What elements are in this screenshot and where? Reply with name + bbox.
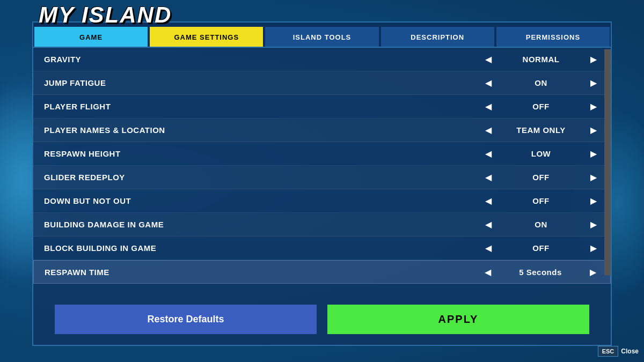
close-label: Close [621,348,639,355]
arrow-right-btn[interactable]: ▶ [588,78,599,88]
esc-close: ESC Close [598,346,639,357]
arrow-left-btn[interactable]: ◀ [482,267,493,277]
setting-row: RESPAWN TIME ◀ 5 Seconds ▶ [33,260,611,284]
tab-description[interactable]: DESCRIPTION [381,27,494,47]
restore-defaults-button[interactable]: Restore Defaults [55,305,317,334]
esc-key[interactable]: ESC [598,346,619,357]
setting-value: ON [498,78,584,87]
arrow-right-btn[interactable]: ▶ [588,125,599,136]
setting-row: PLAYER FLIGHT ◀ OFF ▶ [33,95,611,119]
setting-row: DOWN BUT NOT OUT ◀ OFF ▶ [33,189,611,213]
setting-name: GLIDER REDEPLOY [44,173,482,182]
setting-control: ◀ OFF ▶ [482,243,600,254]
setting-control: ◀ OFF ▶ [482,172,600,183]
setting-row: BUILDING DAMAGE IN GAME ◀ ON ▶ [33,213,611,237]
setting-value: OFF [498,102,584,111]
arrow-right-btn[interactable]: ▶ [588,196,599,206]
setting-name: PLAYER NAMES & LOCATION [44,125,482,135]
setting-value: NORMAL [498,55,584,64]
apply-button[interactable]: APPLY [327,305,589,334]
arrow-right-btn[interactable]: ▶ [588,172,599,183]
arrow-right-btn[interactable]: ▶ [588,267,598,277]
tab-permissions[interactable]: PERMISSIONS [496,27,610,47]
setting-name: DOWN BUT NOT OUT [44,196,482,205]
arrow-left-btn[interactable]: ◀ [483,219,494,230]
page-title: MY ISLAND [39,2,172,28]
setting-control: ◀ OFF ▶ [482,196,600,206]
setting-row: JUMP FATIGUE ◀ ON ▶ [33,71,611,95]
setting-value: OFF [498,173,584,182]
arrow-left-btn[interactable]: ◀ [483,172,494,183]
setting-value: TEAM ONLY [498,125,584,135]
setting-control: ◀ 5 Seconds ▶ [481,267,599,277]
setting-control: ◀ TEAM ONLY ▶ [482,125,600,136]
tab-game[interactable]: GAME [34,27,148,47]
arrow-right-btn[interactable]: ▶ [588,149,599,159]
tab-island-tools[interactable]: ISLAND TOOLS [265,27,378,47]
arrow-left-btn[interactable]: ◀ [483,125,494,136]
scrollbar-thumb[interactable] [604,49,611,275]
arrow-left-btn[interactable]: ◀ [483,196,494,206]
setting-name: RESPAWN TIME [45,268,481,277]
setting-value: ON [498,220,584,229]
arrow-left-btn[interactable]: ◀ [483,54,494,65]
setting-row: GLIDER REDEPLOY ◀ OFF ▶ [33,166,611,189]
setting-value: OFF [498,243,584,253]
arrow-left-btn[interactable]: ◀ [483,101,494,112]
setting-value: LOW [498,149,584,158]
setting-name: BUILDING DAMAGE IN GAME [44,220,482,229]
arrow-left-btn[interactable]: ◀ [483,149,494,159]
settings-list: GRAVITY ◀ NORMAL ▶ JUMP FATIGUE ◀ ON ▶ P… [33,48,611,300]
setting-control: ◀ LOW ▶ [482,149,600,159]
scrollbar-track[interactable] [604,49,611,275]
arrow-right-btn[interactable]: ▶ [588,101,599,112]
setting-name: PLAYER FLIGHT [44,102,482,111]
arrow-left-btn[interactable]: ◀ [483,78,494,88]
footer-buttons: Restore Defaults APPLY [33,305,611,334]
arrow-right-btn[interactable]: ▶ [588,54,599,65]
setting-name: RESPAWN HEIGHT [44,149,482,158]
setting-name: JUMP FATIGUE [44,78,482,87]
setting-control: ◀ ON ▶ [482,219,600,230]
arrow-left-btn[interactable]: ◀ [483,243,494,254]
setting-value: OFF [498,196,584,205]
setting-name: GRAVITY [44,55,482,64]
main-panel: MY ISLAND GAME GAME SETTINGS ISLAND TOOL… [32,21,612,346]
arrow-right-btn[interactable]: ▶ [588,219,599,230]
arrow-right-btn[interactable]: ▶ [588,243,599,254]
setting-control: ◀ NORMAL ▶ [482,54,600,65]
tab-game-settings[interactable]: GAME SETTINGS [150,27,263,47]
setting-row: BLOCK BUILDING IN GAME ◀ OFF ▶ [33,237,611,260]
setting-control: ◀ ON ▶ [482,78,600,88]
setting-name: BLOCK BUILDING IN GAME [44,243,482,253]
setting-control: ◀ OFF ▶ [482,101,600,112]
setting-row: PLAYER NAMES & LOCATION ◀ TEAM ONLY ▶ [33,119,611,142]
setting-row: GRAVITY ◀ NORMAL ▶ [33,48,611,71]
setting-value: 5 Seconds [497,268,583,277]
setting-row: RESPAWN HEIGHT ◀ LOW ▶ [33,142,611,166]
